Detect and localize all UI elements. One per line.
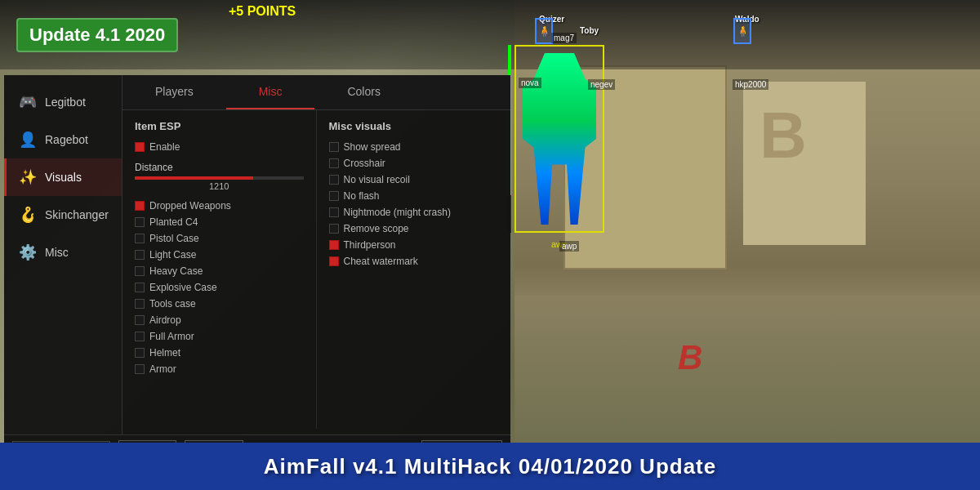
item-tools-case: Tools case bbox=[135, 296, 304, 312]
item-helmet: Helmet bbox=[135, 345, 304, 361]
player-figure-waldo-icon: 🧍 bbox=[736, 24, 750, 38]
nightmode-checkbox[interactable] bbox=[329, 207, 339, 217]
remove-scope-label: Remove scope bbox=[344, 223, 409, 234]
armor-label: Armor bbox=[149, 363, 176, 375]
item-light-case: Light Case bbox=[135, 247, 304, 263]
item-airdrop: Airdrop bbox=[135, 312, 304, 328]
tools-case-checkbox[interactable] bbox=[135, 299, 145, 309]
distance-value: 1210 bbox=[135, 181, 304, 191]
armor-checkbox[interactable] bbox=[135, 364, 145, 374]
no-visual-recoil-label: No visual recoil bbox=[344, 174, 410, 185]
misc-no-visual-recoil: No visual recoil bbox=[329, 172, 499, 188]
explosive-case-checkbox[interactable] bbox=[135, 283, 145, 292]
graffiti: B bbox=[678, 338, 702, 377]
distance-section: Distance 1210 bbox=[135, 162, 304, 191]
ragebot-icon: 👤 bbox=[19, 131, 37, 149]
player-icon-quizer: 🧍 bbox=[535, 18, 553, 44]
misc-show-spread: Show spread bbox=[329, 139, 499, 155]
no-flash-checkbox[interactable] bbox=[329, 191, 339, 201]
pistol-case-label: Pistol Case bbox=[149, 233, 199, 244]
item-dropped-weapons: Dropped Weapons bbox=[135, 198, 304, 214]
distance-label: Distance bbox=[135, 162, 304, 173]
distance-bar bbox=[135, 176, 304, 180]
helmet-checkbox[interactable] bbox=[135, 348, 145, 358]
show-spread-label: Show spread bbox=[344, 141, 401, 153]
points-label: +5 POINTS bbox=[229, 4, 296, 18]
sidebar-label-visuals: Visuals bbox=[45, 171, 82, 184]
sidebar-item-legitbot[interactable]: 🎮 Legitbot bbox=[4, 83, 122, 121]
main-content: Players Misc Colors Item ESP Enable Dist… bbox=[122, 75, 510, 434]
thirdperson-checkbox[interactable] bbox=[329, 240, 339, 250]
misc-crosshair: Crosshair bbox=[329, 155, 499, 172]
tab-colors[interactable]: Colors bbox=[314, 75, 412, 109]
weapon-label-hkp2000: hkp2000 bbox=[733, 79, 768, 90]
light-case-checkbox[interactable] bbox=[135, 250, 145, 260]
left-panel: Item ESP Enable Distance 1210 Dropped We… bbox=[122, 110, 317, 429]
skinchanger-icon: 🪝 bbox=[19, 206, 37, 224]
sidebar-item-misc[interactable]: ⚙️ Misc bbox=[4, 234, 122, 271]
pistol-case-checkbox[interactable] bbox=[135, 234, 145, 243]
no-flash-label: No flash bbox=[344, 190, 380, 202]
hud-points: +5 POINTS bbox=[229, 4, 296, 19]
tab-bar: Players Misc Colors bbox=[122, 75, 510, 110]
item-full-armor: Full Armor bbox=[135, 328, 304, 345]
b-marker: B bbox=[760, 98, 807, 173]
sidebar-item-ragebot[interactable]: 👤 Ragebot bbox=[4, 121, 122, 158]
item-explosive-case: Explosive Case bbox=[135, 279, 304, 296]
show-spread-checkbox[interactable] bbox=[329, 142, 339, 152]
item-esp-header: Item ESP bbox=[135, 120, 304, 132]
distance-fill bbox=[135, 176, 253, 180]
heavy-case-checkbox[interactable] bbox=[135, 266, 145, 276]
tab-players[interactable]: Players bbox=[122, 75, 226, 109]
misc-remove-scope: Remove scope bbox=[329, 220, 499, 237]
thirdperson-label: Thirdperson bbox=[344, 239, 396, 251]
sidebar-label-misc: Misc bbox=[45, 246, 69, 259]
floor bbox=[514, 296, 980, 443]
cheat-watermark-label: Cheat watermark bbox=[344, 256, 418, 267]
bottom-title-text: AimFall v4.1 MultiHack 04/01/2020 Update bbox=[264, 454, 716, 479]
weapon-label-nova: nova bbox=[519, 78, 541, 88]
weapon-label-awp: awp bbox=[559, 241, 579, 252]
item-armor: Armor bbox=[135, 361, 304, 377]
weapon-label-negev: negev bbox=[588, 79, 615, 90]
enable-row: Enable bbox=[135, 139, 304, 155]
player-icon-waldo: 🧍 bbox=[733, 18, 751, 44]
item-pistol-case: Pistol Case bbox=[135, 230, 304, 247]
cheat-watermark-checkbox[interactable] bbox=[329, 256, 339, 266]
helmet-label: Helmet bbox=[149, 347, 180, 359]
light-case-label: Light Case bbox=[149, 249, 196, 261]
player-name-toby: Toby bbox=[580, 26, 599, 35]
weapon-label-mag7: mag7 bbox=[551, 33, 577, 43]
nightmode-label: Nightmode (might crash) bbox=[344, 207, 451, 218]
explosive-case-label: Explosive Case bbox=[149, 282, 217, 293]
item-heavy-case: Heavy Case bbox=[135, 263, 304, 279]
full-armor-label: Full Armor bbox=[149, 331, 194, 342]
update-badge: Update 4.1 2020 bbox=[16, 18, 178, 52]
sidebar-item-skinchanger[interactable]: 🪝 Skinchanger bbox=[4, 196, 122, 234]
esp-player-box: awp bbox=[514, 45, 604, 233]
item-planted-c4: Planted C4 bbox=[135, 214, 304, 230]
tools-case-label: Tools case bbox=[149, 298, 196, 310]
tab-misc[interactable]: Misc bbox=[226, 75, 315, 109]
airdrop-checkbox[interactable] bbox=[135, 315, 145, 325]
enable-label: Enable bbox=[149, 141, 180, 153]
dropped-weapons-checkbox[interactable] bbox=[135, 201, 145, 211]
sidebar-label-legitbot: Legitbot bbox=[45, 96, 86, 109]
misc-cheat-watermark: Cheat watermark bbox=[329, 253, 499, 270]
misc-visuals-header: Misc visuals bbox=[329, 120, 499, 132]
dropped-weapons-label: Dropped Weapons bbox=[149, 200, 231, 212]
airdrop-label: Airdrop bbox=[149, 314, 181, 326]
crosshair-checkbox[interactable] bbox=[329, 158, 339, 168]
panel-content: Item ESP Enable Distance 1210 Dropped We… bbox=[122, 110, 510, 429]
sidebar-item-visuals[interactable]: ✨ Visuals bbox=[4, 158, 122, 196]
full-armor-checkbox[interactable] bbox=[135, 332, 145, 341]
enable-checkbox[interactable] bbox=[135, 142, 145, 152]
crosshair-label: Crosshair bbox=[344, 158, 385, 169]
misc-icon: ⚙️ bbox=[19, 243, 37, 261]
planted-c4-checkbox[interactable] bbox=[135, 217, 145, 227]
no-visual-recoil-checkbox[interactable] bbox=[329, 175, 339, 185]
misc-nightmode: Nightmode (might crash) bbox=[329, 204, 499, 220]
remove-scope-checkbox[interactable] bbox=[329, 224, 339, 234]
planted-c4-label: Planted C4 bbox=[149, 216, 198, 228]
sidebar-label-ragebot: Ragebot bbox=[45, 133, 88, 146]
